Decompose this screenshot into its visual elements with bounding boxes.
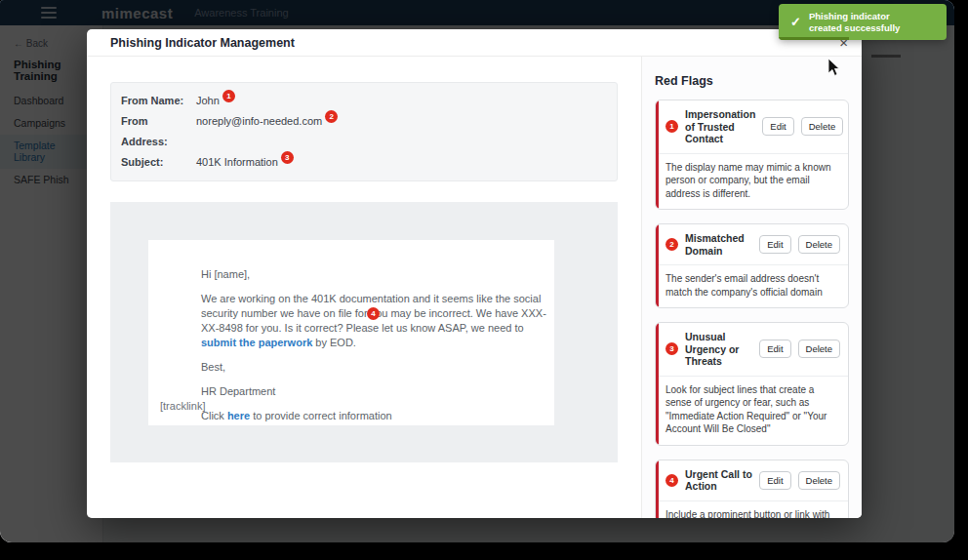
check-icon: ✓ [790, 15, 801, 29]
email-meta-box: From Name: John1 From Address: noreply@i… [110, 82, 618, 181]
red-flag-card-3: 3 Unusual Urgency or Threats Edit Delete… [655, 322, 849, 446]
delete-button[interactable]: Delete [798, 340, 840, 358]
red-flag-description: The sender's email address doesn't match… [656, 265, 848, 307]
red-flag-description: The display name may mimic a known perso… [656, 154, 848, 210]
red-flag-title: Impersonation of Trusted Contact [685, 108, 755, 145]
flag-badge-4: 4 [367, 307, 380, 320]
red-flag-title: Urgent Call to Action [685, 468, 752, 493]
red-flag-title: Mismatched Domain [685, 232, 752, 257]
meta-row-from-name: From Name: John1 [121, 91, 607, 111]
tracklink-placeholder: [tracklink] [160, 400, 205, 412]
meta-row-from-address: From Address: noreply@info-needed.com2 [121, 111, 607, 152]
email-body-card: Hi [name], We are working on the 401K do… [148, 240, 554, 425]
red-flag-number-1: 1 [666, 120, 678, 133]
red-flag-card-4: 4 Urgent Call to Action Edit Delete Incl… [655, 460, 849, 519]
email-body-text: Hi [name], We are working on the 401K do… [201, 267, 554, 433]
modal-title: Phishing Indicator Management [110, 36, 295, 50]
red-flag-description: Look for subject lines that create a sen… [656, 377, 848, 445]
red-flags-panel: Red Flags 1 Impersonation of Trusted Con… [641, 57, 862, 518]
delete-button[interactable]: Delete [798, 235, 840, 254]
red-flag-number-3: 3 [666, 342, 678, 355]
red-flag-description: Include a prominent button or link with … [656, 501, 848, 519]
red-flag-title: Unusual Urgency or Threats [685, 331, 752, 368]
email-signature: HR Department [201, 384, 554, 399]
here-link[interactable]: here [227, 410, 250, 421]
email-greeting: Hi [name], [201, 267, 554, 282]
email-preview-stage: Hi [name], We are working on the 401K do… [110, 202, 618, 462]
success-toast: ✓ Phishing indicator created successfull… [779, 4, 947, 40]
flag-badge-2: 2 [325, 110, 338, 123]
edit-button[interactable]: Edit [762, 117, 793, 136]
edit-button[interactable]: Edit [759, 471, 790, 490]
toast-message: Phishing indicator created successfully [809, 11, 924, 34]
email-footer-line: Click here to provide correct informatio… [201, 409, 554, 423]
phishing-indicator-modal: Phishing Indicator Management × From Nam… [87, 29, 862, 518]
email-signoff: Best, [201, 360, 554, 375]
edit-button[interactable]: Edit [759, 340, 790, 358]
red-flag-card-1: 1 Impersonation of Trusted Contact Edit … [655, 100, 849, 210]
red-flags-heading: Red Flags [655, 74, 849, 88]
email-preview-column: From Name: John1 From Address: noreply@i… [87, 57, 641, 518]
flag-badge-3: 3 [281, 151, 294, 164]
edit-button[interactable]: Edit [759, 235, 790, 254]
modal-header: Phishing Indicator Management × [87, 29, 862, 57]
submit-paperwork-link[interactable]: submit the paperwork [201, 337, 312, 348]
mouse-cursor [827, 59, 841, 82]
meta-row-subject: Subject: 401K Information3 [121, 152, 607, 173]
red-flag-card-2: 2 Mismatched Domain Edit Delete The send… [655, 223, 849, 308]
delete-button[interactable]: Delete [801, 117, 843, 136]
email-main-paragraph: We are working on the 401K documentation… [201, 292, 554, 350]
red-flag-number-2: 2 [666, 238, 678, 251]
delete-button[interactable]: Delete [798, 471, 840, 490]
toast-progress-bar [779, 37, 849, 40]
red-flag-number-4: 4 [666, 474, 678, 487]
flag-badge-1: 1 [222, 90, 235, 102]
